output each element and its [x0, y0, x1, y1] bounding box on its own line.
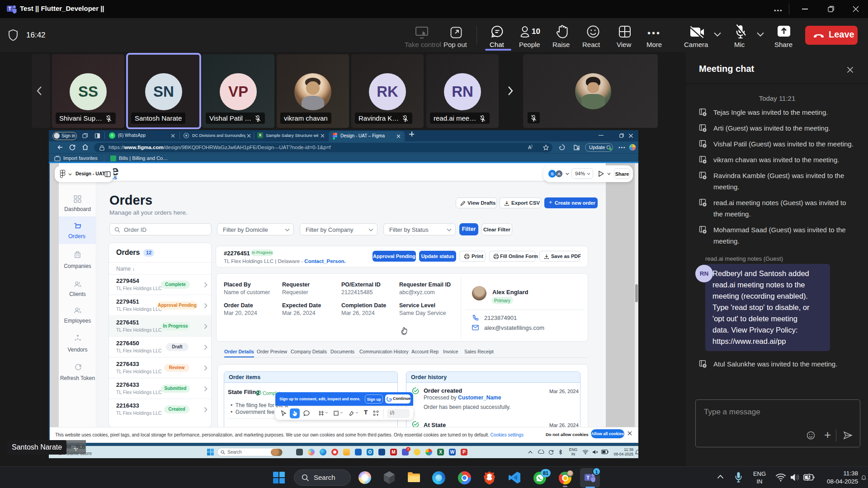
svg-text:T: T — [8, 6, 11, 11]
svg-text:T: T — [586, 475, 590, 480]
